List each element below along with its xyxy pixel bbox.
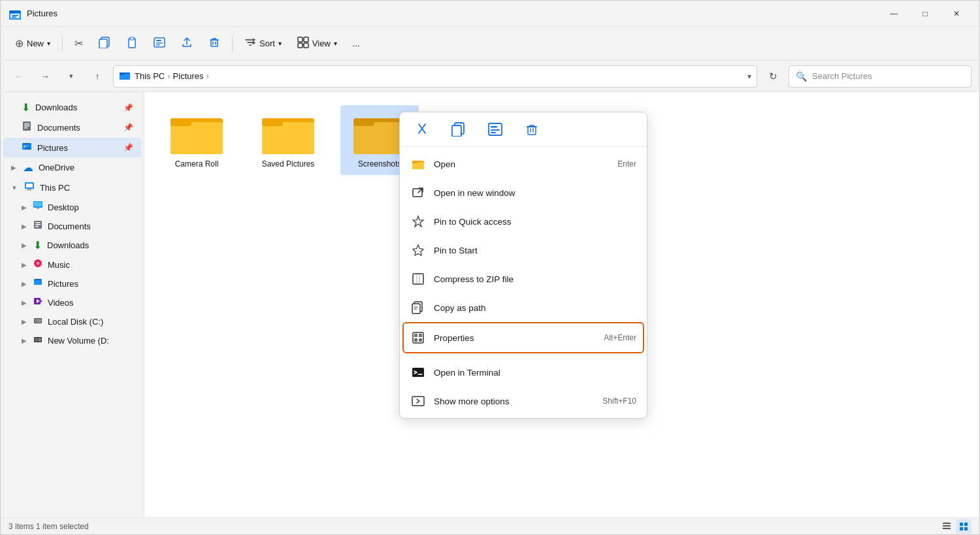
camera-roll-folder-icon: [171, 112, 223, 154]
file-item-saved-pictures[interactable]: Saved Pictures: [249, 105, 327, 175]
rename-button[interactable]: [147, 32, 172, 56]
view-button[interactable]: View ▾: [291, 32, 344, 56]
onedrive-expand-icon: ▶: [11, 164, 16, 171]
svg-rect-38: [35, 224, 41, 225]
ctx-more-options-label: Show more options: [434, 397, 595, 406]
thispc-expand-icon: ▼: [11, 184, 18, 191]
maximize-button[interactable]: □: [910, 3, 940, 24]
toolbar-separator-2: [232, 36, 233, 52]
delete-button[interactable]: [202, 32, 227, 56]
ctx-open-icon: [410, 156, 426, 172]
svg-rect-61: [353, 122, 406, 154]
more-button[interactable]: ...: [346, 32, 367, 56]
svg-rect-74: [413, 274, 423, 284]
svg-rect-55: [171, 122, 223, 154]
sort-button[interactable]: Sort ▾: [238, 32, 288, 56]
up-button[interactable]: ↑: [87, 66, 108, 87]
svg-rect-88: [964, 523, 968, 526]
ctx-copy-path-icon: [410, 300, 426, 316]
sidebar-item-downloads-pc[interactable]: ▶ ⬇ Downloads: [3, 236, 141, 255]
share-button[interactable]: [174, 32, 199, 56]
ctx-item-pin-quick[interactable]: Pin to Quick access: [400, 207, 647, 236]
new-icon: ⊕: [15, 37, 24, 50]
forward-button[interactable]: →: [35, 66, 56, 87]
ctx-item-pin-start[interactable]: Pin to Start: [400, 236, 647, 265]
new-button[interactable]: ⊕ New ▾: [8, 32, 57, 56]
sidebar-label-pictures-pc: Pictures: [48, 279, 78, 289]
ctx-copy-button[interactable]: [447, 118, 470, 141]
sidebar-label-documents-pinned: Documents: [37, 123, 80, 133]
refresh-button[interactable]: ↻: [762, 66, 783, 87]
back-button[interactable]: ←: [8, 66, 29, 87]
pictures-pc-icon: [33, 278, 42, 289]
view-icon: [297, 37, 309, 51]
ctx-item-compress[interactable]: Compress to ZIP file: [400, 265, 647, 293]
pin-icon-documents: 📌: [123, 123, 133, 132]
share-icon: [181, 37, 193, 51]
sort-icon: [244, 37, 256, 51]
svg-rect-89: [960, 527, 963, 530]
sidebar-item-pictures-pinned[interactable]: Pictures 📌: [3, 138, 141, 157]
ctx-item-more-options[interactable]: Show more options Shift+F10: [400, 387, 647, 415]
view-toggle-buttons: [939, 519, 972, 534]
ctx-item-terminal[interactable]: Open in Terminal: [400, 358, 647, 387]
ctx-pin-quick-label: Pin to Quick access: [434, 217, 636, 227]
statusbar: 3 items 1 item selected: [1, 517, 979, 534]
searchbar[interactable]: 🔍 Search Pictures: [789, 65, 972, 88]
sidebar-item-documents-pc[interactable]: ▶ Documents: [3, 217, 141, 235]
svg-rect-18: [304, 43, 308, 48]
addressbar[interactable]: This PC › Pictures › ▾: [113, 65, 757, 88]
camera-roll-label: Camera Roll: [175, 159, 219, 169]
addressbar-chevron-icon[interactable]: ▾: [747, 72, 751, 81]
sidebar-item-downloads-pinned[interactable]: ⬇ Downloads 📌: [3, 98, 141, 117]
sidebar-item-documents-pinned[interactable]: Documents 📌: [3, 118, 141, 137]
ctx-delete-button[interactable]: [520, 118, 544, 141]
svg-rect-85: [943, 525, 951, 527]
ctx-compress-icon: [410, 271, 426, 287]
sidebar-item-videos[interactable]: ▶ Videos: [3, 293, 141, 312]
ctx-open-label: Open: [434, 159, 610, 169]
svg-rect-34: [34, 202, 42, 206]
minimize-button[interactable]: —: [879, 3, 909, 24]
cut-button[interactable]: ✂: [68, 32, 90, 56]
svg-rect-21: [120, 73, 124, 75]
sidebar-item-localc[interactable]: ▶ Local Disk (C:): [3, 312, 141, 331]
sidebar-item-desktop[interactable]: ▶ Desktop: [3, 198, 141, 216]
svg-rect-62: [353, 118, 374, 126]
sidebar-item-pictures-pc[interactable]: ▶ Pictures: [3, 274, 141, 293]
sidebar-item-onedrive[interactable]: ▶ ☁ OneDrive: [3, 158, 141, 177]
svg-rect-90: [964, 527, 968, 530]
file-item-camera-roll[interactable]: Camera Roll: [157, 105, 236, 175]
downloads-pc-expand-icon: ▶: [22, 242, 27, 249]
ctx-open-new-window-icon: [410, 185, 426, 201]
rename-icon: [154, 37, 165, 51]
ctx-rename-button[interactable]: [483, 118, 507, 141]
ctx-item-open[interactable]: Open Enter: [400, 150, 647, 178]
list-view-button[interactable]: [939, 519, 955, 534]
svg-rect-25: [24, 127, 27, 129]
saved-pictures-folder-icon: [262, 112, 314, 154]
ctx-item-copy-path[interactable]: Copy as path: [400, 293, 647, 322]
ctx-item-properties[interactable]: Properties Alt+Enter: [404, 323, 643, 352]
sidebar-item-music[interactable]: ▶ Music: [3, 255, 141, 274]
grid-view-button[interactable]: [956, 519, 972, 534]
svg-rect-4: [12, 15, 18, 16]
thispc-icon: [24, 181, 35, 194]
sidebar-item-thispc[interactable]: ▼ This PC: [3, 178, 141, 197]
sidebar-item-volumed[interactable]: ▶ New Volume (D:: [3, 331, 141, 349]
screenshots-label: Screenshots: [358, 159, 402, 169]
ctx-cut-button[interactable]: [410, 118, 434, 141]
svg-rect-12: [156, 42, 163, 44]
close-button[interactable]: ✕: [941, 3, 972, 24]
svg-rect-37: [35, 222, 41, 223]
screenshots-folder-icon: [353, 112, 406, 154]
ctx-open-shortcut: Enter: [617, 159, 636, 169]
copy-button[interactable]: [92, 32, 117, 56]
sort-label: Sort: [259, 39, 275, 48]
toolbar-separator-1: [62, 36, 63, 52]
paste-button[interactable]: [120, 32, 144, 56]
ctx-pin-start-icon: [410, 242, 426, 258]
ctx-item-open-new-window[interactable]: Open in new window: [400, 178, 647, 207]
recent-button[interactable]: ▾: [61, 66, 82, 87]
sidebar-label-pictures-pinned: Pictures: [37, 143, 68, 153]
